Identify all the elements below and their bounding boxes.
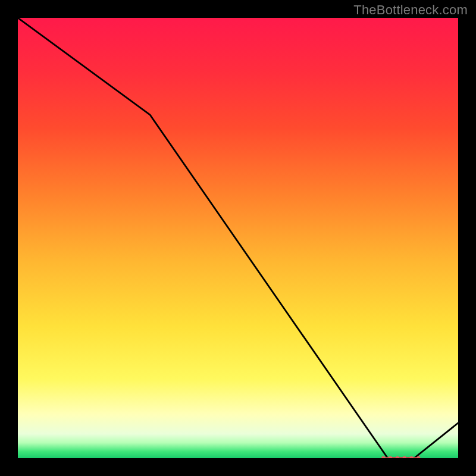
plot-area <box>18 18 458 458</box>
watermark-text: TheBottleneck.com <box>353 2 468 18</box>
gradient-background <box>18 18 458 458</box>
plot-svg <box>18 18 458 458</box>
chart-canvas: TheBottleneck.com <box>0 0 476 476</box>
